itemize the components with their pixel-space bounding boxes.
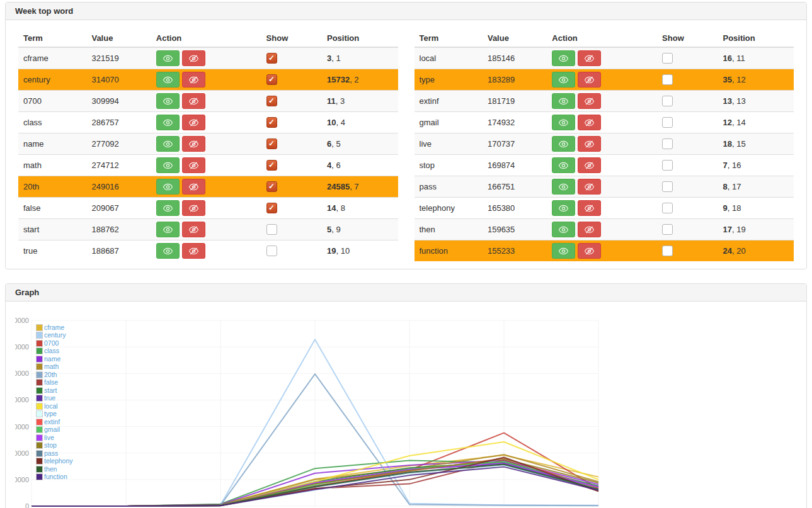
action-cell: [151, 198, 261, 219]
show-term-button[interactable]: [156, 72, 180, 87]
hide-term-button[interactable]: [182, 179, 205, 195]
legend-item-0700[interactable]: 0700: [36, 339, 73, 347]
position-cell: 12, 14: [718, 112, 794, 133]
legend-swatch: [36, 387, 43, 394]
hide-term-button[interactable]: [182, 222, 205, 237]
legend-label: function: [44, 473, 67, 480]
show-checkbox[interactable]: ✓: [266, 203, 277, 213]
hide-term-button[interactable]: [182, 115, 205, 130]
show-term-button[interactable]: [156, 136, 180, 152]
legend-item-type[interactable]: type: [36, 410, 73, 419]
show-term-button[interactable]: [156, 50, 180, 66]
action-cell: [547, 219, 657, 240]
show-checkbox[interactable]: ✓: [662, 96, 673, 106]
hide-term-button[interactable]: [182, 243, 205, 259]
panel-title: Week top word: [6, 3, 806, 20]
show-term-button[interactable]: [156, 157, 180, 173]
legend-item-live[interactable]: live: [36, 434, 73, 442]
show-checkbox[interactable]: ✓: [662, 74, 673, 85]
hide-term-button[interactable]: [578, 115, 601, 130]
hide-term-button[interactable]: [578, 72, 601, 87]
table-row: type183289✓35, 12: [415, 69, 794, 91]
eye-slash-icon: [189, 247, 198, 255]
table-row: live170737✓18, 15: [415, 133, 794, 155]
eye-icon: [163, 226, 173, 234]
show-term-button[interactable]: [552, 200, 575, 216]
legend-item-class[interactable]: class: [36, 347, 73, 356]
show-term-button[interactable]: [552, 243, 575, 259]
hide-term-button[interactable]: [182, 157, 205, 173]
legend-item-then[interactable]: then: [36, 465, 73, 473]
legend-item-extinf[interactable]: extinf: [36, 418, 73, 426]
hide-term-button[interactable]: [182, 50, 205, 66]
table-row: local185146✓16, 11: [415, 47, 794, 69]
legend-item-start[interactable]: start: [36, 387, 73, 395]
hide-term-button[interactable]: [182, 136, 205, 152]
hide-term-button[interactable]: [578, 50, 601, 66]
eye-icon: [163, 140, 173, 148]
show-checkbox[interactable]: ✓: [266, 246, 277, 256]
show-checkbox[interactable]: ✓: [662, 203, 673, 213]
legend-item-function[interactable]: function: [36, 473, 73, 482]
show-term-button[interactable]: [552, 72, 575, 87]
show-term-button[interactable]: [552, 136, 575, 152]
show-checkbox[interactable]: ✓: [662, 160, 673, 171]
legend-item-false[interactable]: false: [36, 379, 73, 387]
show-term-button[interactable]: [552, 93, 575, 109]
hide-term-button[interactable]: [578, 200, 601, 216]
show-term-button[interactable]: [156, 115, 180, 130]
show-checkbox[interactable]: ✓: [662, 181, 673, 192]
show-checkbox[interactable]: ✓: [266, 117, 277, 128]
hide-term-button[interactable]: [182, 200, 205, 216]
show-term-button[interactable]: [552, 222, 575, 237]
hide-term-button[interactable]: [182, 93, 205, 109]
show-term-button[interactable]: [156, 200, 180, 216]
eye-slash-icon: [189, 76, 198, 84]
legend-item-century[interactable]: century: [36, 332, 73, 340]
legend-item-true[interactable]: true: [36, 395, 73, 403]
show-checkbox[interactable]: ✓: [662, 224, 673, 235]
show-checkbox[interactable]: ✓: [266, 138, 277, 149]
show-term-button[interactable]: [156, 93, 180, 109]
show-checkbox[interactable]: ✓: [662, 117, 673, 128]
show-checkbox[interactable]: ✓: [266, 160, 277, 171]
show-checkbox[interactable]: ✓: [662, 138, 673, 149]
show-term-button[interactable]: [552, 50, 575, 66]
show-cell: ✓: [261, 176, 322, 198]
hide-term-button[interactable]: [578, 93, 601, 109]
legend-item-local[interactable]: local: [36, 402, 73, 410]
show-checkbox[interactable]: ✓: [266, 96, 277, 106]
hide-term-button[interactable]: [578, 157, 601, 173]
hide-term-button[interactable]: [578, 136, 601, 152]
legend-swatch: [36, 434, 43, 441]
show-term-button[interactable]: [552, 115, 575, 130]
legend-item-telephony[interactable]: telephony: [36, 458, 73, 466]
column-header-show: Show: [657, 30, 718, 47]
value-cell: 166751: [483, 176, 547, 198]
legend-swatch: [36, 410, 43, 417]
show-checkbox[interactable]: ✓: [266, 224, 277, 235]
hide-term-button[interactable]: [578, 222, 601, 237]
eye-icon: [163, 247, 173, 255]
term-cell: class: [18, 112, 86, 133]
hide-term-button[interactable]: [182, 72, 205, 87]
show-term-button[interactable]: [552, 179, 575, 195]
show-term-button[interactable]: [156, 179, 180, 195]
legend-item-gmail[interactable]: gmail: [36, 426, 73, 434]
legend-item-name[interactable]: name: [36, 355, 73, 363]
show-checkbox[interactable]: ✓: [266, 181, 277, 192]
legend-item-pass[interactable]: pass: [36, 449, 73, 458]
show-term-button[interactable]: [552, 157, 575, 173]
legend-item-math[interactable]: math: [36, 363, 73, 371]
show-checkbox[interactable]: ✓: [662, 53, 673, 64]
hide-term-button[interactable]: [578, 243, 601, 259]
legend-item-stop[interactable]: stop: [36, 442, 73, 450]
hide-term-button[interactable]: [578, 179, 601, 195]
show-checkbox[interactable]: ✓: [662, 246, 673, 256]
legend-item-20th[interactable]: 20th: [36, 371, 73, 379]
show-checkbox[interactable]: ✓: [266, 53, 277, 64]
legend-item-cframe[interactable]: cframe: [36, 324, 73, 332]
show-term-button[interactable]: [156, 222, 180, 237]
show-term-button[interactable]: [156, 243, 180, 259]
show-checkbox[interactable]: ✓: [266, 74, 277, 85]
